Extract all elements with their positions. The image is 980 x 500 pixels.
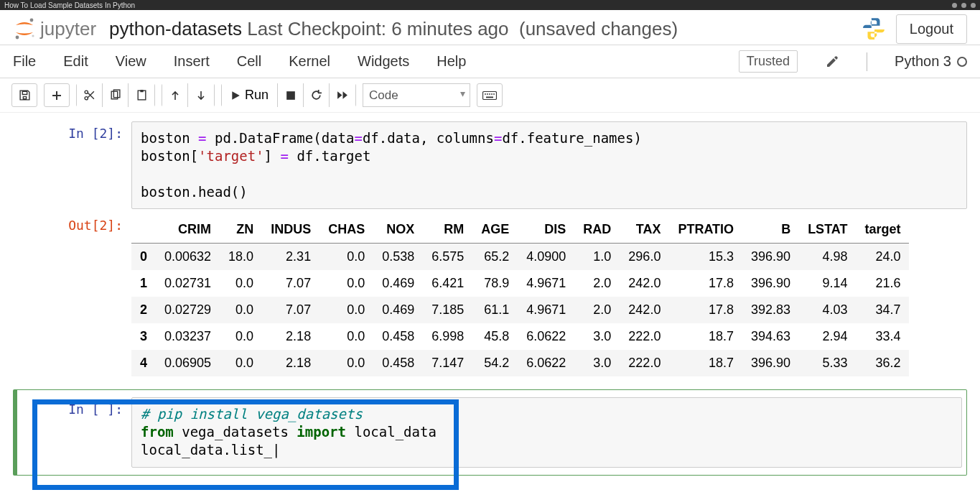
svg-point-17 [493,93,495,95]
unsaved-text: (unsaved changes) [519,18,678,40]
scissors-icon [83,89,95,101]
svg-point-4 [876,36,878,38]
restart-run-all-button[interactable] [330,83,355,107]
checkpoint-text: Last Checkpoint: 6 minutes ago [247,18,508,40]
table-header: RM [423,216,472,244]
browser-tab-bar: How To Load Sample Datasets In Python [0,0,980,10]
table-header: target [856,216,909,244]
table-row: 30.032370.02.180.00.4586.99845.86.06223.… [131,323,909,350]
arrow-up-icon [169,90,181,101]
plus-icon [51,90,62,101]
paste-button[interactable] [129,83,154,107]
kernel-name[interactable]: Python 3 [895,53,967,70]
browser-window-controls [952,3,976,8]
svg-point-1 [16,36,19,40]
menu-file[interactable]: File [13,53,36,70]
copy-button[interactable] [103,83,129,107]
code-cell-2[interactable]: In [2]: boston = pd.DataFrame(data=df.da… [13,121,967,209]
kernel-status-icon [957,57,967,67]
browser-tab-title: How To Load Sample Datasets In Python [4,1,135,9]
restart-icon [310,89,322,101]
menu-view[interactable]: View [116,53,146,70]
input-prompt: In [ ]: [17,397,131,467]
menu-cell[interactable]: Cell [237,53,261,70]
paste-icon [136,89,148,101]
jupyter-icon [13,17,36,40]
svg-rect-11 [286,91,295,100]
table-row: 10.027310.07.070.00.4696.42178.94.96712.… [131,270,909,297]
notebook-title-area[interactable]: python-datasets Last Checkpoint: 6 minut… [109,18,849,40]
table-row: 40.069050.02.180.00.4587.14754.26.06223.… [131,350,909,376]
notebook-body: In [2]: boston = pd.DataFrame(data=df.da… [0,113,980,489]
interrupt-button[interactable] [278,83,304,107]
fast-forward-icon [337,90,349,101]
menu-edit[interactable]: Edit [63,53,88,70]
table-header: B [742,216,799,244]
save-button[interactable] [11,83,37,107]
table-header: RAD [574,216,620,244]
svg-point-5 [85,97,88,100]
cut-button[interactable] [77,83,103,107]
menu-insert[interactable]: Insert [174,53,210,70]
input-prompt: In [2]: [13,121,131,209]
table-header: LSTAT [799,216,856,244]
trusted-badge[interactable]: Trusted [739,50,798,73]
table-header: CHAS [319,216,373,244]
move-down-button[interactable] [188,83,214,107]
arrow-down-icon [195,90,207,101]
table-header-row: CRIMZNINDUSCHASNOXRMAGEDISRADTAXPTRATIOB… [131,216,909,244]
edit-icon[interactable] [825,55,839,69]
output-prompt: Out[2]: [13,213,131,376]
play-icon [230,91,241,101]
svg-rect-18 [486,96,493,98]
run-button[interactable]: Run [222,83,278,107]
code-input[interactable]: # pip install vega_datasets from vega_da… [131,397,962,467]
table-header: AGE [472,216,518,244]
table-row: 00.0063218.02.310.00.5386.57565.24.09001… [131,244,909,271]
menu-widgets[interactable]: Widgets [358,53,409,70]
table-header: DIS [518,216,574,244]
move-up-button[interactable] [162,83,188,107]
stop-icon [286,91,296,101]
code-cell-selected[interactable]: In [ ]: # pip install vega_datasets from… [13,389,967,475]
svg-point-6 [85,91,88,93]
svg-point-0 [30,19,34,22]
svg-point-3 [869,19,872,22]
table-header: TAX [620,216,669,244]
add-cell-button[interactable] [44,83,70,107]
output-cell-2: Out[2]: CRIMZNINDUSCHASNOXRMAGEDISRADTAX… [13,213,967,376]
table-header: ZN [220,216,262,244]
notebook-header: jupyter python-datasets Last Checkpoint:… [0,10,980,45]
dataframe-table: CRIMZNINDUSCHASNOXRMAGEDISRADTAXPTRATIOB… [131,216,909,376]
table-header [131,216,156,244]
svg-rect-10 [140,90,143,92]
python-logo-icon [862,17,886,41]
command-palette-button[interactable] [477,83,503,107]
logout-button[interactable]: Logout [896,14,967,44]
svg-point-13 [485,93,486,95]
menubar: File Edit View Insert Cell Kernel Widget… [0,45,980,78]
svg-point-2 [32,34,34,37]
table-header: NOX [373,216,423,244]
jupyter-logo[interactable]: jupyter [13,17,96,40]
keyboard-icon [482,91,497,101]
code-input[interactable]: boston = pd.DataFrame(data=df.data, colu… [131,121,967,209]
restart-button[interactable] [304,83,330,107]
menu-help[interactable]: Help [437,53,466,70]
menu-kernel[interactable]: Kernel [289,53,330,70]
table-header: CRIM [156,216,220,244]
notebook-name: python-datasets [109,18,242,40]
save-icon [19,89,31,101]
cell-type-select[interactable]: Code [363,83,470,107]
svg-point-14 [487,93,488,95]
svg-rect-12 [483,91,497,99]
table-header: INDUS [262,216,319,244]
svg-point-15 [489,93,490,95]
copy-icon [109,89,121,101]
toolbar: Run Code [0,78,980,113]
table-row: 20.027290.07.070.00.4697.18561.14.96712.… [131,297,909,323]
svg-point-16 [491,93,493,95]
jupyter-logo-text: jupyter [40,18,96,40]
table-header: PTRATIO [669,216,742,244]
